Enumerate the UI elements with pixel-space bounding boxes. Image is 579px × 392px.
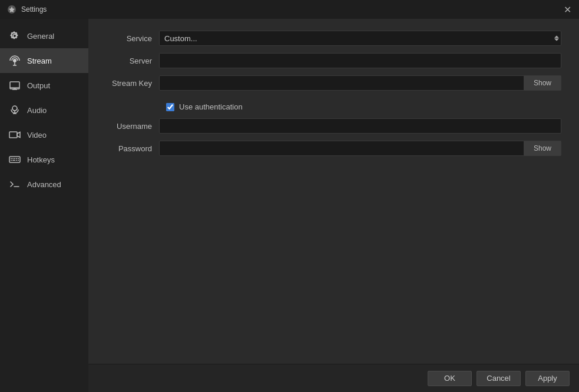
service-label: Service xyxy=(106,34,159,43)
sidebar-item-general[interactable]: General xyxy=(0,24,88,48)
sidebar-label-output: Output xyxy=(27,81,50,90)
window-title: Settings xyxy=(21,5,47,14)
svg-rect-12 xyxy=(9,157,20,162)
sidebar-label-hotkeys: Hotkeys xyxy=(27,155,55,164)
titlebar-left: Settings xyxy=(7,5,47,14)
service-select[interactable]: Custom... xyxy=(159,31,561,46)
close-button[interactable]: ✕ xyxy=(563,5,572,14)
username-label: Username xyxy=(106,122,159,131)
video-icon xyxy=(8,128,21,141)
use-auth-row: Use authentication xyxy=(166,102,561,111)
sidebar-item-hotkeys[interactable]: Hotkeys xyxy=(0,147,88,172)
stream-key-input[interactable] xyxy=(159,75,524,91)
use-auth-label[interactable]: Use authentication xyxy=(179,102,243,111)
password-label: Password xyxy=(106,144,159,153)
stream-key-show-button[interactable]: Show xyxy=(524,75,561,91)
stream-key-row: Stream Key Show xyxy=(106,75,561,91)
stream-key-input-group: Show xyxy=(159,75,561,91)
svg-rect-18 xyxy=(11,160,12,161)
server-input[interactable] xyxy=(159,53,561,68)
server-label: Server xyxy=(106,57,159,65)
svg-rect-21 xyxy=(18,160,19,161)
sidebar-item-advanced[interactable]: Advanced xyxy=(0,172,88,197)
service-select-wrapper: Custom... xyxy=(159,31,561,46)
password-input-group: Show xyxy=(159,141,561,156)
sidebar-label-general: General xyxy=(27,32,54,41)
sidebar-item-output[interactable]: Output xyxy=(0,73,88,98)
settings-window: Settings ✕ General xyxy=(0,0,579,392)
username-row: Username xyxy=(106,118,561,134)
use-auth-checkbox[interactable] xyxy=(166,103,174,111)
password-show-button[interactable]: Show xyxy=(524,141,561,156)
sidebar-item-audio[interactable]: Audio xyxy=(0,98,88,122)
svg-rect-13 xyxy=(11,158,12,160)
gear-icon xyxy=(8,29,21,42)
password-row: Password Show xyxy=(106,141,561,156)
svg-rect-17 xyxy=(18,158,19,160)
main-content: General Stream xyxy=(0,19,579,392)
svg-rect-11 xyxy=(9,132,17,138)
ok-button[interactable]: OK xyxy=(428,371,472,386)
stream-icon xyxy=(8,54,21,67)
titlebar: Settings ✕ xyxy=(0,0,579,19)
advanced-icon xyxy=(8,178,21,191)
svg-rect-19 xyxy=(12,160,15,161)
footer: OK Cancel Apply xyxy=(88,364,579,392)
sidebar: General Stream xyxy=(0,19,88,392)
stream-key-label: Stream Key xyxy=(106,79,159,88)
password-input[interactable] xyxy=(159,141,524,156)
sidebar-label-advanced: Advanced xyxy=(27,180,61,189)
output-icon xyxy=(8,79,21,92)
sidebar-item-stream[interactable]: Stream xyxy=(0,48,88,73)
svg-rect-14 xyxy=(12,158,14,160)
server-row: Server xyxy=(106,53,561,68)
svg-rect-15 xyxy=(14,158,15,160)
sidebar-label-video: Video xyxy=(27,131,47,139)
cancel-button[interactable]: Cancel xyxy=(477,371,521,386)
sidebar-label-audio: Audio xyxy=(27,106,47,115)
sidebar-label-stream: Stream xyxy=(27,57,52,65)
sidebar-item-video[interactable]: Video xyxy=(0,122,88,147)
svg-rect-16 xyxy=(16,158,17,160)
apply-button[interactable]: Apply xyxy=(525,371,570,386)
keyboard-icon xyxy=(8,153,21,166)
main-area: Service Custom... Server xyxy=(88,19,579,392)
username-input[interactable] xyxy=(159,118,561,134)
service-row: Service Custom... xyxy=(106,31,561,46)
audio-icon xyxy=(8,104,21,117)
stream-settings-panel: Service Custom... Server xyxy=(88,19,579,364)
app-icon xyxy=(7,5,16,14)
svg-rect-20 xyxy=(16,160,17,161)
